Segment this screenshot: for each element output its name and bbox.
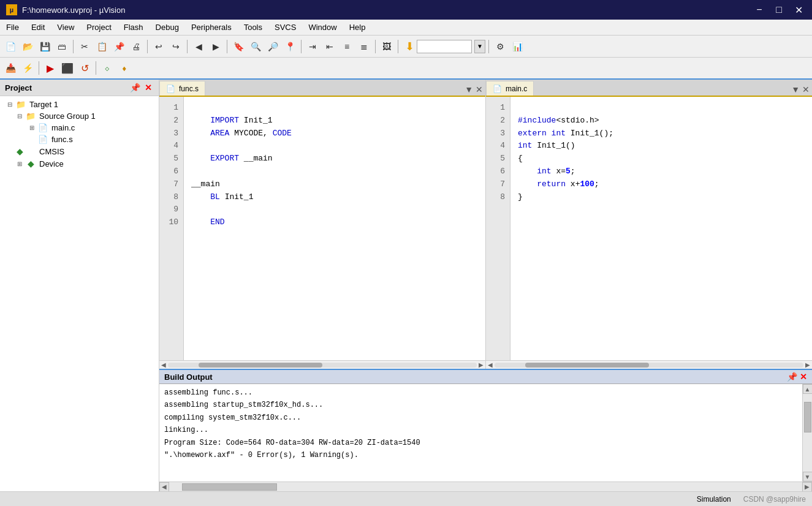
build-line-3: compiling system_stm32f10x.c... (164, 412, 797, 424)
menu-item-edit[interactable]: Edit (25, 20, 51, 35)
manage-button[interactable]: ⚙ (492, 39, 508, 55)
tab-close-button-mainc[interactable]: ✕ (802, 85, 810, 94)
target-name-input[interactable]: Target 1 (417, 40, 472, 53)
tree-label-source-group1: Source Group 1 (39, 111, 96, 121)
editor-hscroll-funcs[interactable]: ◀ ▶ (159, 360, 485, 369)
uncomment-button[interactable]: ≣ (356, 39, 372, 55)
hscroll-right[interactable]: ▶ (802, 482, 812, 492)
redo-button[interactable]: ↪ (168, 39, 184, 55)
app-icon: µ (6, 4, 17, 15)
comment-button[interactable]: ≡ (339, 39, 355, 55)
build-output-pin-button[interactable]: 📌 (787, 372, 797, 382)
undo-button[interactable]: ↩ (151, 39, 167, 55)
nav-back-button[interactable]: ◀ (191, 39, 207, 55)
new-file-button[interactable]: 📄 (2, 39, 18, 55)
project-pin-button[interactable]: 📌 (129, 82, 140, 93)
close-button[interactable]: ✕ (791, 2, 806, 17)
step-into-button[interactable]: ⬦ (99, 60, 115, 76)
menu-item-svcs[interactable]: SVCS (268, 20, 302, 35)
tab-menu-button-funcs[interactable]: ▼ (465, 85, 473, 94)
debug1-button[interactable]: ⚡ (20, 60, 36, 76)
build-output-close-button[interactable]: ✕ (800, 372, 807, 382)
simulation-label: Simulation (697, 495, 731, 504)
build-output-wrapper: assembling func.s... assembling startup_… (159, 384, 812, 481)
menu-item-project[interactable]: Project (80, 20, 117, 35)
scroll-track-mainc[interactable] (495, 363, 803, 368)
ext1-button[interactable]: 🖼 (379, 39, 395, 55)
indent-button[interactable]: ⇥ (305, 39, 321, 55)
code-lines-mainc[interactable]: #include<stdio.h> extern int Init_1(); i… (510, 97, 812, 360)
tab-close-button-funcs[interactable]: ✕ (476, 85, 483, 94)
tab-menu-button-mainc[interactable]: ▼ (791, 85, 800, 94)
editor-tab-funcs[interactable]: 📄 func.s (159, 81, 205, 96)
open-file-button[interactable]: 📂 (20, 39, 36, 55)
save-button[interactable]: 💾 (37, 39, 53, 55)
vscroll-down[interactable]: ▼ (803, 472, 813, 481)
bookmark-button[interactable]: 🔖 (230, 39, 246, 55)
editor-content-mainc[interactable]: 1234 5678 #include<stdio.h> extern int I… (486, 97, 812, 360)
reset-button[interactable]: ↺ (77, 60, 93, 76)
build-output-inner[interactable]: assembling func.s... assembling startup_… (159, 384, 802, 481)
hscroll-left[interactable]: ◀ (159, 482, 169, 492)
editor-tab-mainc[interactable]: 📄 main.c (486, 81, 534, 96)
tree-item-cmsis[interactable]: ◆ CMSIS (2, 145, 156, 157)
tree-item-target1[interactable]: ⊟ 📁 Target 1 (2, 99, 156, 110)
tree-item-mainc[interactable]: ⊞ 📄 main.c (2, 122, 156, 134)
menu-item-flash[interactable]: Flash (118, 20, 150, 35)
vscroll-up[interactable]: ▲ (803, 384, 813, 394)
code-line-1-funcs: IMPORT Init_1 (191, 116, 273, 125)
tree-item-device[interactable]: ⊞ ◆ Device (2, 157, 156, 170)
find-button[interactable]: 🔍 (248, 39, 264, 55)
build-output-header: Build Output 📌 ✕ (159, 370, 812, 384)
code-line-6-funcs: __main (191, 179, 220, 189)
toolbar-2: 📥 ⚡ ▶ ⬛ ↺ ⬦ ⬧ (0, 58, 812, 80)
vscroll-track[interactable] (803, 394, 813, 472)
editor-hscroll-mainc[interactable]: ◀ ▶ (486, 360, 812, 369)
outdent-button[interactable]: ⇤ (322, 39, 338, 55)
cut-button[interactable]: ✂ (77, 39, 93, 55)
tree-item-source-group1[interactable]: ⊟ 📁 Source Group 1 (2, 110, 156, 122)
run-button[interactable]: ▶ (42, 60, 58, 76)
find3-button[interactable]: 📍 (282, 39, 298, 55)
toolbar-sep-3 (187, 40, 188, 53)
menu-item-help[interactable]: Help (343, 20, 372, 35)
step-over-button[interactable]: ⬧ (116, 60, 132, 76)
scroll-left-mainc[interactable]: ◀ (486, 361, 495, 369)
menu-item-window[interactable]: Window (302, 20, 343, 35)
folder-icon-target1: 📁 (15, 100, 27, 109)
tree-label-mainc: main.c (51, 123, 75, 132)
project-header-controls: 📌 ✕ (129, 82, 154, 93)
scroll-track-funcs[interactable] (168, 363, 477, 368)
find2-button[interactable]: 🔎 (265, 39, 281, 55)
editor-content-funcs[interactable]: 12345 678910 IMPORT Init_1 AREA MYCODE, … (159, 97, 485, 360)
paste-button[interactable]: 📌 (111, 39, 127, 55)
copy-button[interactable]: 📋 (94, 39, 110, 55)
print-button[interactable]: 🖨 (128, 39, 144, 55)
scroll-right-funcs[interactable]: ▶ (477, 361, 485, 369)
load-button[interactable]: 📥 (2, 60, 18, 76)
scroll-right-mainc[interactable]: ▶ (803, 361, 812, 369)
target-dropdown-arrow[interactable]: ▼ (474, 40, 485, 53)
code-lines-funcs[interactable]: IMPORT Init_1 AREA MYCODE, CODE EXPORT _… (184, 97, 485, 360)
code-line-4-mainc: { (518, 154, 523, 163)
save-all-button[interactable]: 🗃 (54, 39, 70, 55)
load-icon: ⬇ (405, 40, 414, 53)
maximize-button[interactable]: □ (772, 2, 786, 17)
menu-item-debug[interactable]: Debug (150, 20, 185, 35)
editor-area: 📄 func.s ▼ ✕ 12345 678910 IMPO (159, 80, 812, 491)
options-button[interactable]: 📊 (509, 39, 525, 55)
scroll-left-funcs[interactable]: ◀ (159, 361, 168, 369)
project-close-button[interactable]: ✕ (143, 82, 154, 93)
line-numbers-mainc: 1234 5678 (486, 97, 510, 360)
minimize-button[interactable]: − (752, 2, 767, 17)
menu-item-view[interactable]: View (51, 20, 80, 35)
stop-button[interactable]: ⬛ (59, 60, 75, 76)
menu-item-file[interactable]: File (0, 20, 25, 35)
code-line-3-mainc: int Init_1() (518, 141, 575, 150)
nav-fwd-button[interactable]: ▶ (208, 39, 224, 55)
menu-item-peripherals[interactable]: Peripherals (185, 20, 238, 35)
code-line-3-funcs (191, 141, 196, 150)
tree-item-funcs[interactable]: 📄 func.s (2, 134, 156, 145)
menu-item-tools[interactable]: Tools (238, 20, 268, 35)
hscroll-track[interactable] (169, 482, 802, 492)
